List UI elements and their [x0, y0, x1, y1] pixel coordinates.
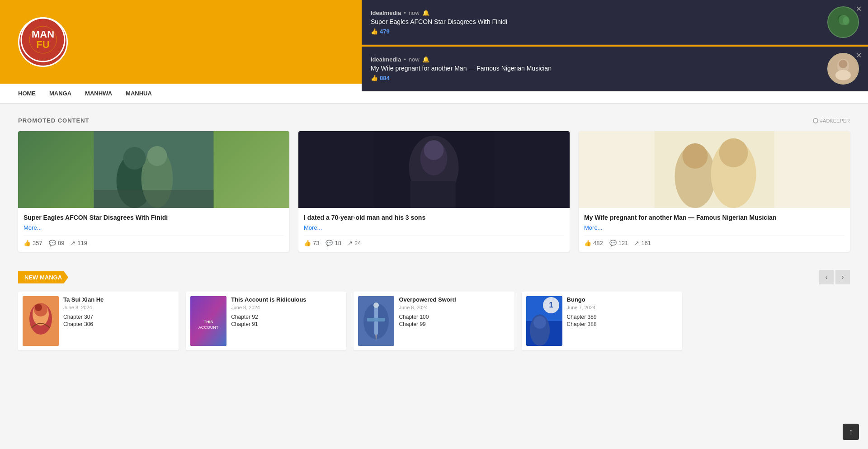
bell-icon-1: 🔔	[422, 9, 429, 16]
manga-card-1[interactable]: THIS ACCOUNT This Account is Ridiculous …	[186, 292, 346, 350]
svg-point-47	[533, 316, 546, 329]
promoted-card-body-2: I dated a 70-year-old man and his 3 sons…	[298, 208, 570, 252]
notification-content-1: Idealmedia • now 🔔 Super Eagles AFCON St…	[371, 9, 821, 35]
comment-icon-stat-3: 💬	[609, 240, 617, 246]
manga-chapter-0-0[interactable]: Chapter 307	[63, 314, 174, 320]
share-count-stat-2: 24	[354, 240, 361, 246]
svg-text:1: 1	[549, 301, 553, 309]
notification-dot-1: •	[404, 9, 406, 16]
svg-point-26	[683, 143, 708, 169]
promoted-card-divider-1	[24, 236, 284, 236]
notification-content-2: Idealmedia • now 🔔 My Wife pregnant for …	[371, 56, 821, 81]
new-manga-header: NEW MANGA ‹ ›	[18, 270, 850, 284]
manga-chapter-1-1[interactable]: Chapter 91	[231, 321, 342, 327]
nav-manga[interactable]: MANGA	[49, 85, 71, 102]
svg-point-15	[123, 147, 146, 170]
logo-area: MAN FU	[18, 17, 68, 67]
comments-stat-3: 💬 121	[609, 240, 628, 246]
manga-card-3[interactable]: 1 Bungo June 7, 2024 Chapter 389 Chapter…	[522, 292, 682, 350]
svg-point-3	[839, 15, 849, 25]
manga-chapter-3-0[interactable]: Chapter 389	[567, 314, 678, 320]
manga-grid: Ta Sui Xian He June 8, 2024 Chapter 307 …	[18, 292, 850, 350]
svg-rect-17	[94, 190, 214, 208]
manga-info-0: Ta Sui Xian He June 8, 2024 Chapter 307 …	[63, 296, 174, 328]
manga-prev-button[interactable]: ‹	[819, 270, 834, 284]
share-icon-stat-2: ↗	[348, 240, 353, 246]
manga-chapter-3-1[interactable]: Chapter 388	[567, 321, 678, 327]
manga-title-0: Ta Sui Xian He	[63, 296, 174, 304]
comment-icon-stat-1: 💬	[49, 240, 56, 246]
nav-manhua[interactable]: MANHUA	[126, 85, 152, 102]
notifications-overlay: Idealmedia • now 🔔 Super Eagles AFCON St…	[362, 0, 868, 93]
promoted-card-image-3	[579, 131, 850, 208]
notification-card-1: Idealmedia • now 🔔 Super Eagles AFCON St…	[362, 0, 868, 45]
promoted-card-stats-1: 👍 357 💬 89 ↗ 119	[24, 240, 284, 246]
likes-stat-2: 👍 73	[304, 240, 319, 246]
notification-time-1: now	[409, 9, 420, 16]
notification-card-2: Idealmedia • now 🔔 My Wife pregnant for …	[362, 47, 868, 91]
manga-card-0[interactable]: Ta Sui Xian He June 8, 2024 Chapter 307 …	[18, 292, 179, 350]
svg-text:FU: FU	[36, 39, 49, 50]
shares-stat-3: ↗ 161	[634, 240, 651, 246]
notification-avatar-2	[827, 53, 859, 85]
like-icon-stat-3: 👍	[584, 240, 591, 246]
share-icon-stat-1: ↗	[71, 240, 75, 246]
notification-likes-1: 👍 479	[371, 28, 821, 35]
close-icon-1[interactable]: ✕	[856, 5, 862, 13]
notification-avatar-1	[827, 6, 859, 38]
manga-thumb-3: 1	[526, 296, 562, 346]
manga-chapter-2-0[interactable]: Chapter 100	[399, 314, 509, 320]
promoted-card-image-2	[298, 131, 570, 208]
manga-chapter-2-1[interactable]: Chapter 99	[399, 321, 509, 327]
promoted-card-image-1	[18, 131, 289, 208]
bell-icon-2: 🔔	[422, 56, 429, 63]
manga-info-1: This Account is Ridiculous June 8, 2024 …	[231, 296, 342, 328]
manga-thumb-1: THIS ACCOUNT	[190, 296, 226, 346]
promoted-section-title: PROMOTED CONTENT	[18, 117, 90, 124]
nav-manhwa[interactable]: MANHWA	[85, 85, 112, 102]
notification-likes-2: 👍 884	[371, 75, 821, 81]
comment-count-stat-3: 121	[618, 240, 628, 246]
notification-title-2: My Wife pregnant for another Man — Famou…	[371, 65, 821, 72]
promoted-card-title-1: Super Eagles AFCON Star Disagrees With F…	[24, 213, 284, 222]
like-icon-stat-2: 👍	[304, 240, 311, 246]
ad-circle-icon	[813, 118, 818, 123]
promoted-card-2[interactable]: I dated a 70-year-old man and his 3 sons…	[298, 131, 570, 252]
promoted-card-1[interactable]: Super Eagles AFCON Star Disagrees With F…	[18, 131, 289, 252]
manga-next-button[interactable]: ›	[835, 270, 850, 284]
promoted-card-more-3[interactable]: More...	[584, 224, 844, 231]
main-content: PROMOTED CONTENT #ADKEEPER Super Eagles …	[0, 104, 868, 364]
manga-date-2: June 8, 2024	[399, 305, 509, 310]
promoted-card-3[interactable]: My Wife pregnant for another Man — Famou…	[579, 131, 850, 252]
svg-point-6	[835, 70, 851, 80]
notification-source-2: Idealmedia	[371, 56, 401, 63]
promoted-card-more-2[interactable]: More...	[304, 224, 564, 231]
promoted-card-divider-3	[584, 236, 844, 236]
ad-label: #ADKEEPER	[820, 118, 850, 123]
manga-date-1: June 8, 2024	[231, 305, 342, 310]
scroll-top-button[interactable]: ↑	[843, 424, 859, 440]
manga-title-3: Bungo	[567, 296, 678, 304]
manga-nav: ‹ ›	[819, 270, 850, 284]
likes-stat-1: 👍 357	[24, 240, 42, 246]
comments-stat-1: 💬 89	[49, 240, 64, 246]
manga-chapter-0-1[interactable]: Chapter 306	[63, 321, 174, 327]
like-count-stat-3: 482	[593, 240, 603, 246]
manga-info-2: Overpowered Sword June 8, 2024 Chapter 1…	[399, 296, 509, 328]
manga-card-2[interactable]: Overpowered Sword June 8, 2024 Chapter 1…	[354, 292, 514, 350]
svg-rect-40	[367, 318, 385, 321]
promoted-card-body-3: My Wife pregnant for another Man — Famou…	[579, 208, 850, 252]
promoted-card-title-3: My Wife pregnant for another Man — Famou…	[584, 213, 844, 222]
likes-stat-3: 👍 482	[584, 240, 603, 246]
like-count-stat-1: 357	[33, 240, 42, 246]
promoted-card-more-1[interactable]: More...	[24, 224, 284, 231]
close-icon-2[interactable]: ✕	[856, 51, 862, 60]
nav-home[interactable]: HOME	[18, 85, 36, 102]
manga-chapter-1-0[interactable]: Chapter 92	[231, 314, 342, 320]
logo-circle[interactable]: MAN FU	[18, 17, 68, 67]
notification-like-count-2: 884	[380, 75, 390, 81]
comments-stat-2: 💬 18	[326, 240, 341, 246]
like-icon-stat-1: 👍	[24, 240, 31, 246]
comment-count-stat-2: 18	[335, 240, 341, 246]
notification-dot-2: •	[404, 56, 406, 63]
